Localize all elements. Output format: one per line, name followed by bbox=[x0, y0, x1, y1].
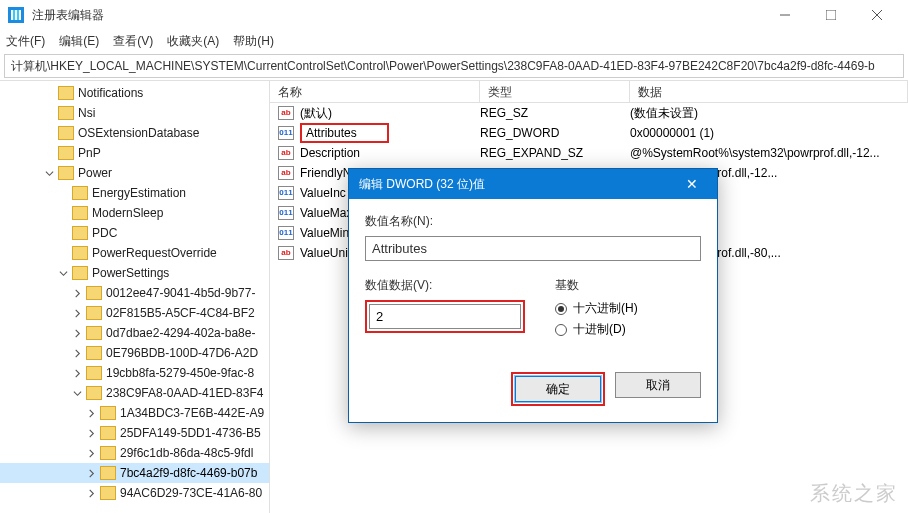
tree-label: 0012ee47-9041-4b5d-9b77- bbox=[106, 286, 255, 300]
ok-highlight: 确定 bbox=[511, 372, 605, 406]
value-icon: 011 bbox=[278, 186, 294, 200]
list-row[interactable]: 011AttributesREG_DWORD0x00000001 (1) bbox=[270, 123, 908, 143]
value-data-input[interactable] bbox=[369, 304, 521, 329]
tree-label: PDC bbox=[92, 226, 117, 240]
address-bar[interactable]: 计算机\HKEY_LOCAL_MACHINE\SYSTEM\CurrentCon… bbox=[4, 54, 904, 78]
tree-item[interactable]: EnergyEstimation bbox=[0, 183, 269, 203]
cancel-button[interactable]: 取消 bbox=[615, 372, 701, 398]
tree-item[interactable]: 19cbb8fa-5279-450e-9fac-8 bbox=[0, 363, 269, 383]
tree-item[interactable]: 0d7dbae2-4294-402a-ba8e- bbox=[0, 323, 269, 343]
titlebar: 注册表编辑器 bbox=[0, 0, 908, 30]
value-icon: 011 bbox=[278, 126, 294, 140]
folder-icon bbox=[86, 366, 102, 380]
tree-item[interactable]: PnP bbox=[0, 143, 269, 163]
tree-item[interactable]: 0E796BDB-100D-47D6-A2D bbox=[0, 343, 269, 363]
tree-item[interactable]: PowerRequestOverride bbox=[0, 243, 269, 263]
regedit-icon bbox=[8, 7, 24, 23]
tree-item[interactable]: 94AC6D29-73CE-41A6-80 bbox=[0, 483, 269, 503]
menu-file[interactable]: 文件(F) bbox=[6, 33, 45, 50]
tree-label: 94AC6D29-73CE-41A6-80 bbox=[120, 486, 262, 500]
folder-icon bbox=[86, 326, 102, 340]
tree-label: 19cbb8fa-5279-450e-9fac-8 bbox=[106, 366, 254, 380]
folder-icon bbox=[100, 486, 116, 500]
list-row[interactable]: abDescriptionREG_EXPAND_SZ@%SystemRoot%\… bbox=[270, 143, 908, 163]
tree-label: PnP bbox=[78, 146, 101, 160]
tree-label: 7bc4a2f9-d8fc-4469-b07b bbox=[120, 466, 257, 480]
expand-icon[interactable] bbox=[70, 309, 84, 318]
dialog-close-icon[interactable]: ✕ bbox=[677, 176, 707, 192]
value-name-input[interactable] bbox=[365, 236, 701, 261]
folder-icon bbox=[100, 406, 116, 420]
folder-icon bbox=[86, 346, 102, 360]
folder-icon bbox=[86, 286, 102, 300]
tree-item[interactable]: Power bbox=[0, 163, 269, 183]
folder-icon bbox=[58, 86, 74, 100]
tree-item[interactable]: ModernSleep bbox=[0, 203, 269, 223]
folder-icon bbox=[72, 206, 88, 220]
tree-label: ModernSleep bbox=[92, 206, 163, 220]
expand-icon[interactable] bbox=[84, 469, 98, 478]
col-name[interactable]: 名称 bbox=[270, 81, 480, 102]
radio-dec[interactable]: 十进制(D) bbox=[555, 321, 701, 338]
menu-edit[interactable]: 编辑(E) bbox=[59, 33, 99, 50]
folder-icon bbox=[72, 226, 88, 240]
menu-view[interactable]: 查看(V) bbox=[113, 33, 153, 50]
expand-icon[interactable] bbox=[42, 169, 56, 178]
tree-label: OSExtensionDatabase bbox=[78, 126, 199, 140]
tree-label: 29f6c1db-86da-48c5-9fdl bbox=[120, 446, 253, 460]
tree-item[interactable]: PDC bbox=[0, 223, 269, 243]
close-button[interactable] bbox=[854, 0, 900, 30]
base-label: 基数 bbox=[555, 277, 701, 294]
col-data[interactable]: 数据 bbox=[630, 81, 908, 102]
expand-icon[interactable] bbox=[84, 429, 98, 438]
folder-icon bbox=[72, 186, 88, 200]
value-icon: ab bbox=[278, 246, 294, 260]
tree-label: EnergyEstimation bbox=[92, 186, 186, 200]
folder-icon bbox=[58, 106, 74, 120]
radio-hex[interactable]: 十六进制(H) bbox=[555, 300, 701, 317]
tree-label: Notifications bbox=[78, 86, 143, 100]
tree-panel[interactable]: NotificationsNsiOSExtensionDatabasePnPPo… bbox=[0, 81, 270, 513]
menu-help[interactable]: 帮助(H) bbox=[233, 33, 274, 50]
address-text: 计算机\HKEY_LOCAL_MACHINE\SYSTEM\CurrentCon… bbox=[11, 58, 875, 75]
tree-label: 238C9FA8-0AAD-41ED-83F4 bbox=[106, 386, 263, 400]
tree-label: 0E796BDB-100D-47D6-A2D bbox=[106, 346, 258, 360]
tree-item[interactable]: OSExtensionDatabase bbox=[0, 123, 269, 143]
tree-item[interactable]: 0012ee47-9041-4b5d-9b77- bbox=[0, 283, 269, 303]
col-type[interactable]: 类型 bbox=[480, 81, 630, 102]
expand-icon[interactable] bbox=[70, 289, 84, 298]
tree-item[interactable]: 7bc4a2f9-d8fc-4469-b07b bbox=[0, 463, 269, 483]
radio-hex-icon bbox=[555, 303, 567, 315]
maximize-button[interactable] bbox=[808, 0, 854, 30]
expand-icon[interactable] bbox=[70, 389, 84, 398]
value-data-highlight bbox=[365, 300, 525, 333]
tree-item[interactable]: 25DFA149-5DD1-4736-B5 bbox=[0, 423, 269, 443]
expand-icon[interactable] bbox=[70, 329, 84, 338]
tree-item[interactable]: 1A34BDC3-7E6B-442E-A9 bbox=[0, 403, 269, 423]
list-row[interactable]: ab(默认)REG_SZ(数值未设置) bbox=[270, 103, 908, 123]
tree-item[interactable]: 29f6c1db-86da-48c5-9fdl bbox=[0, 443, 269, 463]
expand-icon[interactable] bbox=[70, 349, 84, 358]
value-icon: ab bbox=[278, 106, 294, 120]
expand-icon[interactable] bbox=[84, 489, 98, 498]
folder-icon bbox=[86, 306, 102, 320]
expand-icon[interactable] bbox=[84, 409, 98, 418]
tree-label: PowerRequestOverride bbox=[92, 246, 217, 260]
value-icon: 011 bbox=[278, 206, 294, 220]
tree-item[interactable]: 238C9FA8-0AAD-41ED-83F4 bbox=[0, 383, 269, 403]
dialog-titlebar[interactable]: 编辑 DWORD (32 位)值 ✕ bbox=[349, 169, 717, 199]
tree-label: Power bbox=[78, 166, 112, 180]
menu-favorites[interactable]: 收藏夹(A) bbox=[167, 33, 219, 50]
tree-item[interactable]: Nsi bbox=[0, 103, 269, 123]
tree-item[interactable]: PowerSettings bbox=[0, 263, 269, 283]
expand-icon[interactable] bbox=[56, 269, 70, 278]
expand-icon[interactable] bbox=[84, 449, 98, 458]
tree-item[interactable]: Notifications bbox=[0, 83, 269, 103]
folder-icon bbox=[58, 166, 74, 180]
watermark: 系统之家 bbox=[810, 480, 898, 507]
ok-button[interactable]: 确定 bbox=[515, 376, 601, 402]
radio-dec-icon bbox=[555, 324, 567, 336]
tree-item[interactable]: 02F815B5-A5CF-4C84-BF2 bbox=[0, 303, 269, 323]
expand-icon[interactable] bbox=[70, 369, 84, 378]
minimize-button[interactable] bbox=[762, 0, 808, 30]
